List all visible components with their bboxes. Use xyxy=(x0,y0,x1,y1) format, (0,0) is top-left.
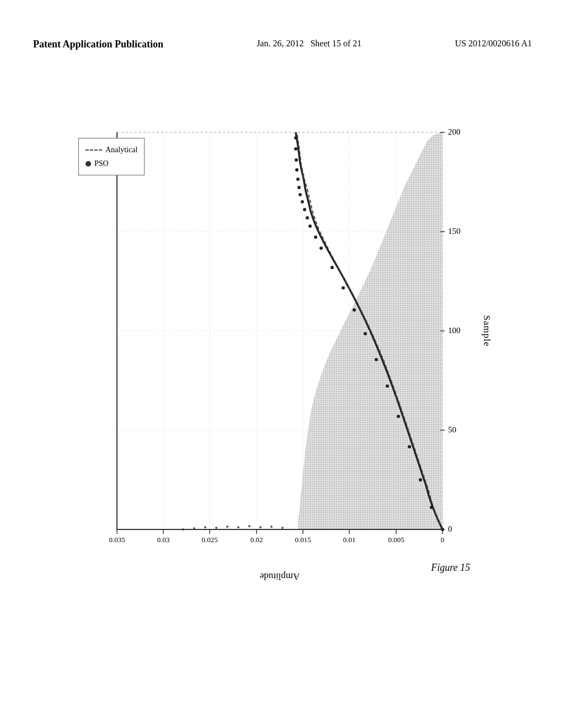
svg-text:150: 150 xyxy=(448,227,461,235)
patent-number: US 2012/0020616 A1 xyxy=(455,38,532,50)
svg-text:0.005: 0.005 xyxy=(388,536,404,544)
svg-point-18 xyxy=(303,208,306,211)
svg-point-10 xyxy=(364,332,367,335)
svg-point-12 xyxy=(342,286,345,290)
svg-point-26 xyxy=(294,136,297,140)
svg-point-21 xyxy=(297,186,301,189)
svg-point-9 xyxy=(375,358,378,361)
svg-point-23 xyxy=(295,168,299,172)
svg-point-22 xyxy=(296,178,300,181)
svg-text:Sample: Sample xyxy=(482,315,492,347)
svg-point-13 xyxy=(331,266,334,269)
svg-point-6 xyxy=(408,445,411,448)
svg-text:0.025: 0.025 xyxy=(201,536,217,544)
legend-item-pso: PSO xyxy=(86,157,137,170)
svg-point-11 xyxy=(353,308,356,312)
svg-text:0.01: 0.01 xyxy=(343,536,356,544)
svg-point-4 xyxy=(430,506,433,509)
svg-text:0.015: 0.015 xyxy=(295,536,311,544)
svg-point-14 xyxy=(319,247,323,250)
svg-text:50: 50 xyxy=(448,425,456,434)
chart-svg: 0 50 100 150 200 Sample 0.035 0.03 0.025… xyxy=(73,121,503,607)
svg-point-7 xyxy=(397,415,400,418)
svg-point-15 xyxy=(314,235,317,239)
svg-point-30 xyxy=(215,527,217,529)
legend-line-analytical xyxy=(86,149,102,151)
svg-point-29 xyxy=(204,526,206,528)
svg-point-31 xyxy=(226,526,228,528)
svg-text:200: 200 xyxy=(448,127,461,136)
svg-point-5 xyxy=(419,478,422,481)
svg-point-16 xyxy=(308,224,312,228)
svg-text:0: 0 xyxy=(448,524,452,533)
svg-text:0.035: 0.035 xyxy=(109,536,125,544)
svg-point-19 xyxy=(301,200,304,204)
legend-dot-pso xyxy=(86,161,91,167)
svg-text:0.02: 0.02 xyxy=(250,536,263,544)
svg-point-17 xyxy=(306,216,309,220)
legend-label-pso: PSO xyxy=(94,157,109,170)
header-date-sheet: Jan. 26, 2012 Sheet 15 of 21 xyxy=(257,38,361,50)
legend-label-analytical: Analytical xyxy=(105,143,137,157)
page-header: Patent Application Publication Jan. 26, … xyxy=(0,38,565,51)
svg-text:Amplitude: Amplitude xyxy=(260,571,300,582)
svg-text:0.03: 0.03 xyxy=(157,536,170,544)
svg-point-24 xyxy=(295,158,298,162)
svg-point-20 xyxy=(299,193,302,196)
legend-item-analytical: Analytical xyxy=(86,143,137,157)
publication-title: Patent Application Publication xyxy=(33,38,163,51)
svg-point-25 xyxy=(294,147,297,151)
svg-point-34 xyxy=(259,526,262,528)
figure-container: Analytical PSO xyxy=(33,88,543,640)
svg-point-32 xyxy=(237,526,239,528)
svg-point-8 xyxy=(386,384,389,388)
svg-point-33 xyxy=(248,525,250,527)
svg-text:100: 100 xyxy=(448,326,461,335)
svg-point-36 xyxy=(281,527,284,529)
figure-caption: Figure 15 xyxy=(431,562,470,574)
chart-legend: Analytical PSO xyxy=(78,138,145,175)
svg-text:0: 0 xyxy=(441,536,445,544)
chart-wrapper: Analytical PSO xyxy=(73,121,503,607)
svg-point-35 xyxy=(270,526,273,528)
